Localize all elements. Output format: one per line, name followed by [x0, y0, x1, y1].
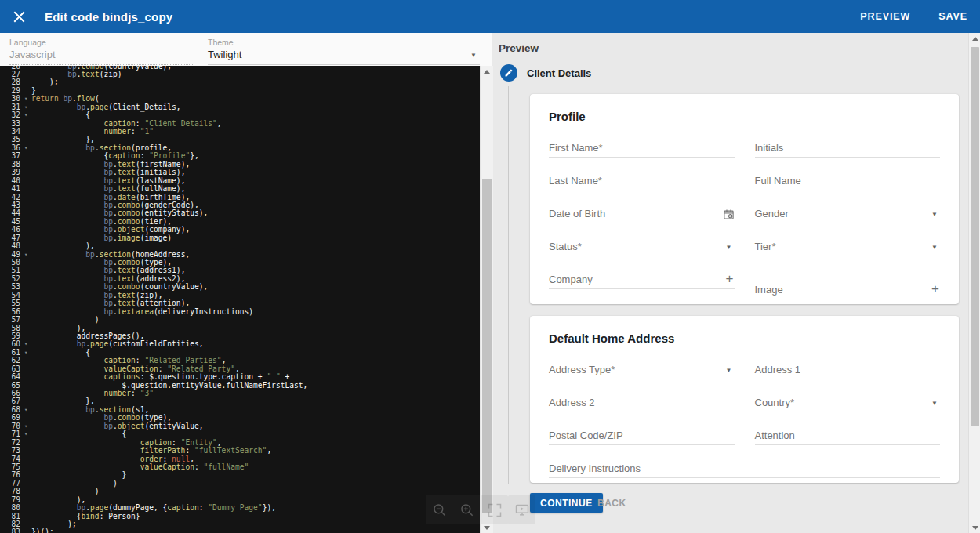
editor-scrollbar[interactable] — [480, 66, 493, 533]
field-delivery-instructions[interactable]: Delivery Instructions — [549, 459, 940, 478]
zoom-out-icon[interactable] — [426, 495, 453, 524]
field-underline — [549, 256, 735, 256]
fold-marker-icon[interactable]: ▾ — [20, 103, 31, 111]
preview-scrollbar-thumb[interactable] — [971, 47, 979, 426]
preview-heading: Preview — [499, 42, 539, 54]
field-address-2[interactable]: Address 2 — [549, 393, 735, 412]
field-tier[interactable]: Tier*▼ — [755, 237, 941, 256]
field-underline — [549, 477, 940, 478]
line-number: 83 — [0, 528, 20, 533]
fold-spacer — [20, 365, 31, 373]
home-address-fields: Address Type*▼Address 1Address 2Country*… — [549, 361, 940, 478]
language-select: Language Javascript — [9, 36, 194, 65]
fold-spacer — [20, 447, 31, 455]
field-country[interactable]: Country*▼ — [755, 393, 941, 412]
dropdown-caret-icon[interactable]: ▼ — [931, 400, 938, 407]
code-editor[interactable]: 26 bp.combo(countryValue),27 bp.text(zip… — [0, 66, 480, 533]
page-title: Edit code bindjs_copy — [45, 10, 172, 24]
fold-marker-icon[interactable]: ▾ — [20, 251, 31, 259]
code-text: })(); — [31, 528, 54, 533]
dropdown-caret-icon[interactable]: ▼ — [931, 211, 938, 218]
language-label: Language — [9, 38, 46, 47]
fold-spacer — [20, 152, 31, 160]
fold-spacer — [20, 513, 31, 520]
field-address-1[interactable]: Address 1 — [755, 361, 941, 379]
code-line[interactable]: 28 ); — [0, 78, 307, 86]
code-line[interactable]: 83})(); — [0, 528, 307, 533]
fold-spacer — [20, 194, 31, 201]
fold-marker-icon[interactable]: ▾ — [20, 95, 31, 103]
fullscreen-icon[interactable] — [481, 495, 508, 524]
field-last-name[interactable]: Last Name* — [549, 172, 735, 190]
field-label: Tier* — [755, 241, 776, 252]
fold-spacer — [20, 390, 31, 397]
fold-spacer — [20, 382, 31, 390]
fold-marker-icon[interactable]: ▾ — [20, 340, 31, 348]
field-attention[interactable]: Attention — [755, 426, 941, 445]
calendar-icon[interactable] — [723, 208, 735, 220]
field-company[interactable]: Company+ — [549, 270, 735, 289]
fold-marker-icon[interactable]: ▾ — [20, 422, 31, 430]
editor-toolbar: Language Javascript Theme Twilight ▼ — [0, 33, 492, 66]
field-label: Postal Code/ZIP — [549, 430, 623, 441]
theme-value: Twilight — [208, 49, 241, 60]
title-bar: Edit code bindjs_copy PREVIEW SAVE — [0, 0, 980, 33]
add-icon[interactable]: + — [931, 282, 939, 296]
field-full-name[interactable]: Full Name — [755, 172, 941, 190]
field-initials[interactable]: Initials — [755, 139, 941, 158]
fold-marker-icon[interactable]: ▾ — [20, 144, 31, 152]
theme-select[interactable]: Theme Twilight ▼ — [208, 36, 480, 65]
fold-spacer — [20, 78, 31, 86]
dropdown-caret-icon[interactable]: ▼ — [931, 244, 938, 251]
fold-spacer — [20, 528, 31, 533]
field-status[interactable]: Status*▼ — [549, 237, 735, 256]
continue-button[interactable]: CONTINUE — [530, 493, 603, 513]
step-label: Client Details — [527, 67, 591, 79]
field-underline — [549, 190, 735, 190]
scroll-down-icon[interactable] — [969, 522, 980, 533]
fold-spacer — [20, 177, 31, 185]
scroll-up-icon[interactable] — [969, 33, 980, 44]
fold-marker-icon[interactable]: ▾ — [20, 111, 31, 119]
save-button[interactable]: SAVE — [938, 11, 967, 22]
fold-spacer — [20, 439, 31, 447]
fold-spacer — [20, 397, 31, 405]
presentation-play-icon[interactable] — [508, 495, 535, 524]
back-button[interactable]: BACK — [593, 493, 631, 513]
fold-marker-icon[interactable]: ▾ — [20, 349, 31, 357]
fold-spacer — [20, 488, 31, 495]
scroll-up-icon[interactable] — [481, 66, 493, 77]
editor-scrollbar-thumb[interactable] — [482, 179, 492, 513]
preview-panel: Preview Client Details Profile First Nam… — [492, 33, 980, 533]
dropdown-caret-icon[interactable]: ▼ — [726, 244, 732, 251]
field-image[interactable]: Image+ — [755, 281, 941, 299]
field-underline — [755, 412, 941, 412]
fold-spacer — [20, 455, 31, 463]
field-underline — [549, 288, 735, 289]
close-icon[interactable] — [12, 9, 26, 24]
line-number: 32 — [0, 111, 20, 119]
fold-marker-icon[interactable]: ▾ — [20, 430, 31, 438]
field-label: First Name* — [549, 142, 603, 154]
fold-spacer — [20, 357, 31, 364]
preview-button[interactable]: PREVIEW — [860, 11, 910, 22]
field-address-type[interactable]: Address Type*▼ — [549, 361, 735, 379]
fold-spacer — [20, 266, 31, 274]
add-icon[interactable]: + — [726, 272, 734, 285]
line-number: 48 — [0, 242, 20, 250]
dropdown-caret-icon[interactable]: ▼ — [726, 367, 732, 374]
field-label: Country* — [755, 397, 795, 408]
fold-spacer — [20, 496, 31, 504]
step-edit-icon[interactable] — [500, 64, 517, 82]
field-first-name[interactable]: First Name* — [549, 139, 735, 158]
zoom-in-icon[interactable] — [453, 495, 481, 524]
field-gender[interactable]: Gender▼ — [755, 205, 941, 223]
fold-marker-icon[interactable]: ▾ — [20, 406, 31, 414]
preview-scrollbar[interactable] — [968, 33, 980, 533]
field-date-of-birth[interactable]: Date of Birth — [549, 205, 735, 223]
field-underline — [755, 223, 941, 223]
field-postal-code-zip[interactable]: Postal Code/ZIP — [549, 426, 735, 445]
field-label: Gender — [755, 208, 789, 219]
fold-spacer — [20, 414, 31, 422]
line-number: 41 — [0, 185, 20, 193]
